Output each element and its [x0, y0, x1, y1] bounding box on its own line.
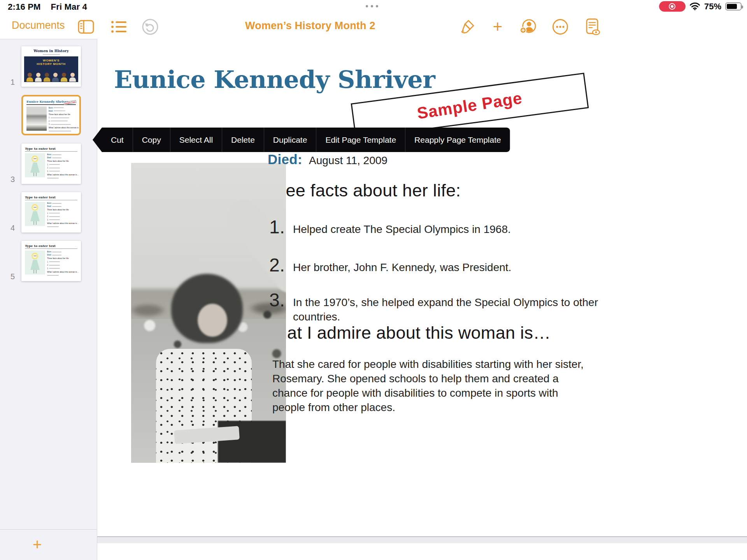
admire-paragraph[interactable]: That she cared for people with disabilit… — [272, 357, 584, 415]
menu-item-reapply-page-template[interactable]: Reapply Page Template — [405, 128, 510, 152]
context-menu: Cut Copy Select All Delete Duplicate Edi… — [93, 128, 510, 152]
page-number: 4 — [11, 224, 15, 233]
battery-percent: 75% — [704, 2, 721, 12]
thumb-title: Type to enter text — [25, 147, 77, 150]
pages-app: 2:16 PMFri Mar 4 75% Documents — [0, 0, 747, 560]
admire-heading[interactable]: What I admire about this woman is… — [261, 323, 551, 343]
thumbnail-page-5[interactable]: 5 Type to enter text Born: Died: Three f… — [21, 241, 81, 281]
fact-text: Her brother, John F. Kennedy, was Presid… — [293, 254, 624, 276]
status-bar: 2:16 PMFri Mar 4 75% — [0, 0, 747, 14]
thumbnail-page-1[interactable]: 1 Women in History WOMEN'S HISTORY MONTH — [21, 46, 81, 87]
page-number: 1 — [11, 78, 15, 87]
fact-text: Helped create The Special Olympics in 19… — [293, 216, 624, 238]
add-page-button[interactable]: + — [33, 536, 42, 553]
fact-number: 3. — [269, 289, 293, 324]
fact-item-2[interactable]: 2. Her brother, John F. Kennedy, was Pre… — [269, 254, 624, 276]
facts-heading[interactable]: Three facts about her life: — [259, 180, 461, 201]
page-number: 5 — [11, 272, 15, 281]
mini-placeholder-illustration — [25, 250, 45, 275]
fact-item-1[interactable]: 1. Helped create The Special Olympics in… — [269, 216, 624, 238]
thumb-title: Type to enter text — [25, 244, 77, 248]
wifi-icon — [689, 2, 700, 10]
multitasking-dots-icon[interactable] — [366, 5, 378, 7]
thumbnail-page-4[interactable]: 4 Type to enter text Born: Died: Three f… — [21, 192, 81, 233]
fact-item-3[interactable]: 3. In the 1970’s, she helped expand the … — [269, 289, 624, 324]
document-heading[interactable]: Eunice Kennedy Shriver — [114, 65, 435, 94]
sidebar-footer: + — [0, 529, 97, 560]
thumb-cover-title: Women in History — [21, 49, 81, 53]
mini-placeholder-illustration — [25, 153, 45, 177]
undo-icon[interactable] — [141, 18, 159, 36]
paragraph-line: people from other places. — [272, 400, 584, 415]
screen-recording-icon[interactable] — [659, 1, 686, 12]
table-of-contents-icon[interactable] — [110, 18, 128, 36]
died-value: August 11, 2009 — [309, 154, 388, 167]
photo-eunice-kennedy-shriver[interactable] — [131, 163, 286, 463]
paragraph-line: That she cared for people with disabilit… — [272, 357, 584, 371]
page-thumbnails-sidebar-icon[interactable] — [77, 18, 95, 36]
date: Fri Mar 4 — [51, 2, 88, 12]
paragraph-line: Rosemary. She opened schools to help the… — [272, 371, 584, 386]
fact-number: 1. — [269, 216, 293, 238]
menu-item-cut[interactable]: Cut — [102, 128, 133, 152]
more-options-icon[interactable] — [551, 18, 569, 36]
status-time-date: 2:16 PMFri Mar 4 — [8, 2, 87, 12]
menu-item-delete[interactable]: Delete — [222, 128, 264, 152]
menu-item-edit-page-template[interactable]: Edit Page Template — [316, 128, 405, 152]
menu-item-copy[interactable]: Copy — [133, 128, 170, 152]
document-title: Women’s History Month 2 — [245, 20, 375, 32]
mini-placeholder-illustration — [25, 202, 45, 226]
fact-number: 2. — [269, 254, 293, 276]
thumbnail-page-3[interactable]: 3 Type to enter text Born: Died: Three f… — [21, 144, 81, 184]
page-separator — [97, 536, 747, 543]
clock: 2:16 PM — [8, 2, 41, 12]
menu-item-duplicate[interactable]: Duplicate — [264, 128, 316, 152]
page-number: 3 — [11, 175, 15, 184]
thumbnail-page-2-selected[interactable]: 2 Sample Page Eunice Kennedy Shriver Bor… — [21, 95, 81, 135]
fact-text: In the 1970’s, she helped expand the Spe… — [293, 289, 624, 324]
toolbar: Documents Women’s History — [0, 14, 747, 39]
died-row[interactable]: Died: August 11, 2009 — [268, 152, 388, 167]
mini-photo — [26, 107, 47, 131]
collaborate-icon[interactable] — [519, 18, 537, 36]
cover-figures — [24, 73, 78, 82]
insert-plus-icon[interactable]: + — [489, 18, 507, 36]
battery-icon — [725, 2, 742, 10]
page-thumbnails-sidebar: 1 Women in History WOMEN'S HISTORY MONTH — [0, 39, 97, 560]
died-label: Died: — [268, 152, 302, 167]
documents-button[interactable]: Documents — [12, 19, 65, 32]
thumb-title: Type to enter text — [25, 195, 77, 199]
paragraph-line: chance for people with disabilities to c… — [272, 386, 584, 400]
format-brush-icon[interactable] — [458, 18, 476, 36]
menu-item-select-all[interactable]: Select All — [170, 128, 222, 152]
thumb-cover-banner: WOMEN'S HISTORY MONTH — [24, 56, 78, 82]
reader-view-icon[interactable] — [583, 18, 601, 36]
